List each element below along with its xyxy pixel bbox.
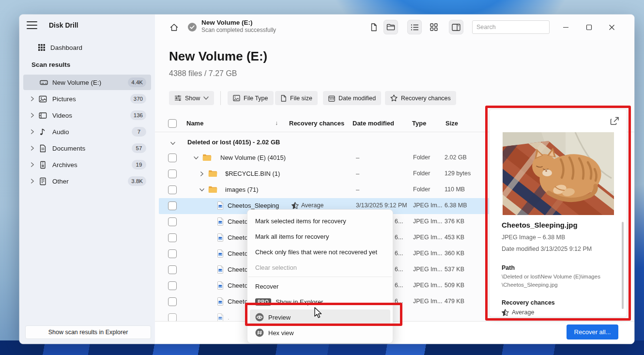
sidebar: Disk Drill Dashboard Scan results Ne xyxy=(19,15,155,344)
recover-all-button[interactable]: Recover all... xyxy=(567,324,618,340)
row-checkbox[interactable] xyxy=(168,154,177,162)
sidebar-item-audio[interactable]: Audio 7 xyxy=(23,124,151,139)
scan-status-indicator xyxy=(185,20,199,34)
search-input[interactable] xyxy=(473,24,558,31)
drive-icon xyxy=(40,78,48,87)
row-recovery: Average xyxy=(301,202,323,209)
row-checkbox[interactable] xyxy=(168,265,177,274)
close-button[interactable] xyxy=(606,21,617,33)
minimize-button[interactable] xyxy=(560,21,571,33)
file-view-button[interactable] xyxy=(367,20,381,34)
grid-view-button[interactable] xyxy=(427,20,441,34)
file-type-filter-button[interactable]: File Type xyxy=(228,91,274,105)
row-size: 479 KB xyxy=(445,298,464,305)
row-name: Cheeto xyxy=(228,298,248,305)
sidebar-item-videos[interactable]: Videos 136 xyxy=(23,108,151,123)
file-type-filter-label: File Type xyxy=(244,95,268,102)
row-size: 129 bytes xyxy=(445,170,471,177)
file-size-filter-button[interactable]: File size xyxy=(275,91,318,105)
pictures-icon xyxy=(39,95,47,103)
column-header-size[interactable]: Size xyxy=(445,120,458,127)
row-checkbox[interactable] xyxy=(168,170,177,178)
row-type: JPEG Im... xyxy=(413,250,442,257)
sidebar-item-new-volume[interactable]: New Volume (E:) 4.4K xyxy=(23,75,151,90)
column-header-recovery[interactable]: Recovery chances xyxy=(289,120,344,127)
row-checkbox[interactable] xyxy=(168,297,177,306)
row-date: 6... xyxy=(395,266,403,273)
sidebar-item-other[interactable]: Other 3.8K xyxy=(23,173,151,189)
star-icon xyxy=(390,94,398,102)
hex-icon xyxy=(255,328,264,337)
sidebar-item-documents[interactable]: Documents 57 xyxy=(23,140,151,156)
folder-view-button[interactable] xyxy=(383,20,398,34)
group-label: Deleted or lost (4015) - 2.02 GB xyxy=(187,139,280,146)
row-type: Folder xyxy=(413,154,430,161)
open-in-new-icon[interactable] xyxy=(610,116,620,126)
row-checkbox[interactable] xyxy=(168,313,177,321)
preview-panel-toggle-button[interactable] xyxy=(449,20,463,34)
menu-item-mark-all[interactable]: Mark all items for recovery xyxy=(247,229,393,244)
chevron-right-icon xyxy=(30,162,35,167)
row-name: Cheeto xyxy=(228,266,248,273)
sidebar-item-pictures[interactable]: Pictures 370 xyxy=(23,91,151,107)
row-checkbox[interactable] xyxy=(168,185,177,194)
date-modified-filter-button[interactable]: Date modified xyxy=(323,91,381,105)
hamburger-menu-icon[interactable] xyxy=(27,21,37,29)
page-icon xyxy=(280,95,287,102)
preview-path-line1: \Deleted or lost\New Volume (E)\images xyxy=(502,274,600,279)
grid-view-icon xyxy=(430,23,438,31)
column-header-name[interactable]: Name xyxy=(186,120,203,127)
row-size: 453 KB xyxy=(445,234,464,241)
preview-scrollbar[interactable] xyxy=(622,222,624,309)
half-star-icon xyxy=(291,202,299,209)
row-checkbox[interactable] xyxy=(168,233,177,242)
row-size: 509 KB xyxy=(445,282,464,289)
row-checkbox[interactable] xyxy=(168,201,177,210)
row-name: Cheeto xyxy=(228,282,248,289)
column-header-date[interactable]: Date modified xyxy=(353,120,394,127)
menu-item-hex-view[interactable]: Hex view xyxy=(247,325,393,340)
menu-item-preview[interactable]: Preview xyxy=(250,309,390,325)
scan-results-list: New Volume (E:) 4.4K Pictures 370 xyxy=(19,74,155,190)
row-name: Cheeto xyxy=(228,218,248,225)
sidebar-item-dashboard[interactable]: Dashboard xyxy=(34,41,86,54)
sidebar-item-archives[interactable]: Archives 19 xyxy=(23,157,151,172)
show-scan-results-in-explorer-button[interactable]: Show scan results in Explorer xyxy=(25,325,151,339)
preview-path-label: Path xyxy=(502,264,515,271)
select-all-checkbox[interactable] xyxy=(168,119,177,128)
documents-icon xyxy=(39,144,47,153)
menu-item-recover[interactable]: Recover xyxy=(247,278,393,294)
preview-date-modified: Date modified 3/13/2025 9:12 PM xyxy=(502,246,592,252)
column-header-type[interactable]: Type xyxy=(412,120,426,127)
page-title: New Volume (E:) xyxy=(169,49,267,64)
image-icon xyxy=(233,95,240,101)
maximize-button[interactable] xyxy=(583,21,595,33)
row-size: 360 KB xyxy=(445,250,464,257)
menu-item-clear-selection: Clear selection xyxy=(247,260,393,275)
row-type: JPEG Im... xyxy=(413,234,442,241)
dashboard-icon xyxy=(38,44,46,51)
row-type: JPEG Im... xyxy=(413,298,442,305)
menu-item-show-in-explorer[interactable]: PRO Show in Explorer xyxy=(247,294,393,309)
row-name: Cheeto xyxy=(228,250,248,257)
home-button[interactable] xyxy=(167,20,181,34)
row-checkbox[interactable] xyxy=(168,249,177,258)
sidebar-item-label: New Volume (E:) xyxy=(52,79,101,86)
row-checkbox[interactable] xyxy=(168,217,177,226)
row-date: 6... xyxy=(395,234,403,241)
sidebar-item-label: Documents xyxy=(52,145,85,152)
row-checkbox[interactable] xyxy=(168,281,177,290)
row-type: JPEG Im... xyxy=(413,202,442,209)
top-toolbar: New Volume (E:) Scan completed successfu… xyxy=(155,15,634,40)
menu-item-check-only-not-recovered[interactable]: Check only files that were not recovered… xyxy=(247,244,393,260)
preview-recovery-value: Average xyxy=(512,309,534,316)
recovery-chances-filter-button[interactable]: Recovery chances xyxy=(385,91,456,105)
sort-descending-icon[interactable]: ↓ xyxy=(275,120,278,126)
show-filter-dropdown[interactable]: Show xyxy=(169,91,214,105)
item-count-badge: 136 xyxy=(130,110,146,120)
jpeg-file-icon xyxy=(217,313,224,321)
list-view-button[interactable] xyxy=(407,20,422,34)
row-date: 3/13/2025 9:12 PM xyxy=(356,202,407,209)
menu-item-mark-selected[interactable]: Mark selected items for recovery xyxy=(247,213,393,229)
hex-view-label: Hex view xyxy=(268,329,294,337)
